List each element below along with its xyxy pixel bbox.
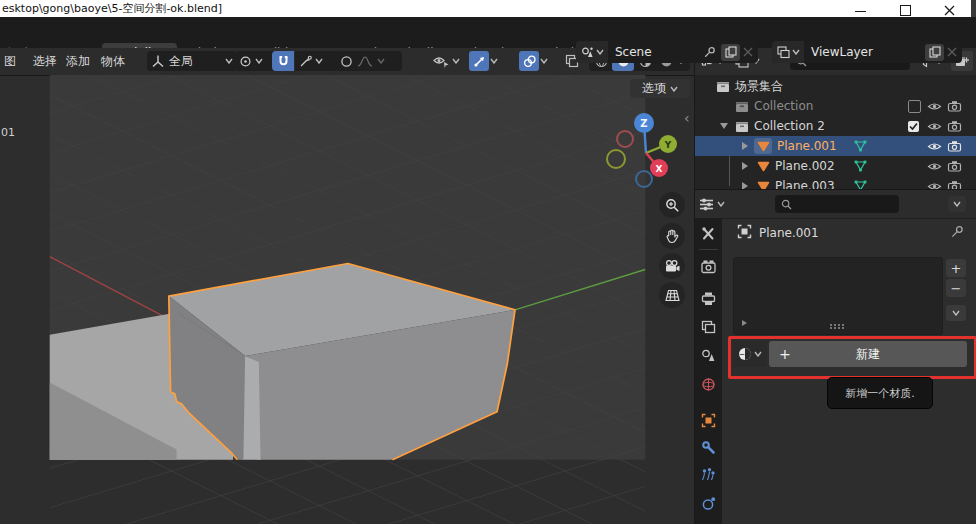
properties-search-input[interactable] — [796, 197, 880, 211]
gizmo-dropdown[interactable] — [490, 51, 504, 71]
overlays-dropdown[interactable] — [540, 51, 554, 71]
viewport-camera-button[interactable] — [659, 253, 685, 279]
properties-options-dropdown[interactable] — [948, 196, 966, 212]
tab-render[interactable] — [701, 259, 716, 274]
chevron-down-icon — [377, 58, 385, 64]
view-layer-selector[interactable]: ViewLayer — [772, 41, 962, 63]
hide-eye-icon[interactable] — [927, 141, 942, 152]
snap-toggle[interactable] — [272, 51, 294, 71]
pivot-point-dropdown[interactable] — [235, 51, 275, 71]
tab-modifiers[interactable] — [701, 440, 716, 455]
pin-icon[interactable] — [950, 225, 964, 239]
viewport-zoom-button[interactable] — [659, 192, 685, 218]
object-breadcrumb-icon — [737, 224, 752, 239]
slot-expand-icon[interactable] — [742, 320, 747, 326]
scene-selector[interactable]: Scene — [576, 41, 758, 63]
row-label[interactable]: 场景集合 — [735, 78, 783, 95]
collection-icon — [735, 100, 749, 113]
row-label[interactable]: Plane.001 — [777, 139, 837, 153]
outliner-row-plane-001[interactable]: Plane.001 — [695, 136, 976, 156]
expand-arrow-icon[interactable] — [742, 142, 748, 150]
tab-view-layer[interactable] — [701, 320, 716, 335]
gizmo-neg-y-ball[interactable] — [607, 150, 625, 168]
exclude-checkbox[interactable] — [908, 100, 921, 113]
render-camera-icon[interactable] — [947, 160, 962, 172]
row-label[interactable]: Plane.002 — [775, 159, 835, 173]
navigation-gizmo[interactable]: Z Y X — [598, 105, 698, 195]
scene-icon[interactable] — [576, 41, 608, 63]
blender-window: esktop\gong\baoye\5-空间分割-ok.blend] 帮助 La… — [0, 0, 976, 524]
outliner-row-collection[interactable]: Collection — [695, 96, 976, 116]
unlink-scene-icon[interactable] — [743, 47, 753, 57]
editor-divider-horizontal[interactable] — [695, 189, 976, 190]
chevron-down-icon — [717, 201, 725, 207]
close-icon — [944, 5, 955, 16]
menu-add[interactable]: 添加 — [66, 48, 90, 74]
gizmo-neg-z-ball[interactable] — [636, 171, 652, 187]
row-label[interactable]: Collection 2 — [754, 119, 825, 133]
render-camera-icon[interactable] — [947, 120, 962, 132]
show-overlays-toggle[interactable] — [519, 51, 539, 71]
viewport-options-button[interactable]: 选项 — [630, 79, 690, 98]
menu-select[interactable]: 选择 — [33, 48, 57, 74]
menu-view[interactable]: 图 — [4, 48, 16, 74]
maximize-button[interactable] — [900, 3, 912, 15]
falloff-curve-icon — [357, 55, 373, 68]
grid-icon — [665, 289, 680, 302]
collapse-arrow-icon[interactable] — [720, 123, 728, 129]
tab-object[interactable] — [701, 413, 716, 428]
properties-search[interactable] — [775, 195, 899, 213]
viewport-3d[interactable] — [0, 75, 695, 524]
new-material-label: 新建 — [769, 346, 967, 363]
material-slot-list[interactable] — [733, 257, 943, 335]
hide-eye-icon[interactable] — [927, 101, 942, 112]
view-layer-name[interactable]: ViewLayer — [804, 45, 925, 59]
hand-icon — [665, 229, 679, 244]
breadcrumb[interactable]: Plane.001 — [759, 226, 819, 240]
collection-icon — [716, 80, 730, 93]
hide-eye-icon[interactable] — [927, 121, 942, 132]
tab-tool[interactable] — [701, 226, 716, 241]
view-layer-icon[interactable] — [772, 41, 804, 63]
remove-view-layer-icon[interactable] — [947, 47, 957, 57]
search-icon — [781, 199, 792, 210]
render-camera-icon[interactable] — [947, 100, 962, 112]
snap-target-dropdown[interactable] — [295, 51, 339, 71]
tab-physics[interactable] — [701, 496, 716, 511]
browse-material-dropdown[interactable] — [733, 341, 767, 367]
hide-eye-icon[interactable] — [927, 161, 942, 172]
material-specials-button[interactable] — [946, 305, 966, 321]
new-material-button[interactable]: + 新建 — [769, 341, 967, 367]
tab-world[interactable] — [701, 377, 716, 392]
resize-grip-icon[interactable] — [830, 324, 844, 330]
properties-editor-type-dropdown[interactable] — [699, 194, 735, 214]
row-label[interactable]: Collection — [754, 99, 813, 113]
proportional-editing-group[interactable] — [336, 51, 402, 71]
close-button[interactable] — [944, 3, 956, 15]
exclude-checkbox[interactable] — [908, 121, 919, 132]
gizmo-neg-x-ball[interactable] — [617, 131, 633, 147]
show-gizmo-toggle[interactable] — [469, 51, 489, 71]
viewport-pan-button[interactable] — [659, 223, 685, 249]
menu-object[interactable]: 物体 — [101, 48, 125, 74]
scene-name[interactable]: Scene — [608, 45, 703, 59]
new-view-layer-button[interactable] — [925, 44, 944, 61]
object-visibility-dropdown[interactable] — [433, 51, 467, 71]
tab-scene[interactable] — [701, 348, 716, 363]
outliner-row-collection-2[interactable]: Collection 2 — [695, 116, 976, 136]
tab-particles[interactable] — [701, 467, 716, 482]
new-scene-button[interactable] — [721, 44, 740, 61]
add-material-slot-button[interactable]: + — [946, 259, 966, 277]
outliner-row-plane-002[interactable]: Plane.002 — [695, 156, 976, 176]
transform-orientation-dropdown[interactable]: 全局 — [147, 51, 237, 71]
editor-divider-vertical[interactable] — [694, 48, 695, 524]
plus-icon: + — [951, 262, 962, 275]
tab-output[interactable] — [701, 291, 716, 306]
remove-material-slot-button[interactable]: − — [946, 279, 966, 297]
pin-icon[interactable] — [703, 46, 716, 59]
viewport-perspective-button[interactable] — [659, 282, 685, 308]
outliner-row-scene-collection[interactable]: 场景集合 — [695, 76, 976, 96]
minimize-button[interactable] — [855, 3, 867, 15]
render-camera-icon[interactable] — [947, 140, 962, 152]
expand-arrow-icon[interactable] — [742, 162, 748, 170]
